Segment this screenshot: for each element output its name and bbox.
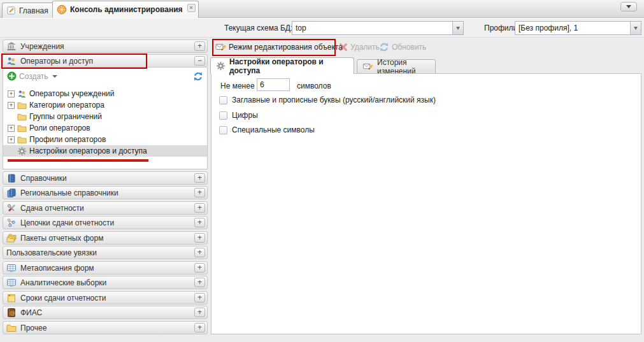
- sidebar-panel-label: Учреждения: [20, 42, 64, 51]
- tree-item-access-settings[interactable]: Настройки операторов и доступа: [3, 145, 207, 157]
- sidebar-panel-institutions[interactable]: Учреждения +: [3, 39, 208, 53]
- sidebar-panel-regional-directories[interactable]: Региональные справочники +: [3, 186, 208, 199]
- tree-item-label: Группы ограничений: [29, 112, 102, 121]
- expand-icon[interactable]: +: [194, 188, 205, 197]
- checkbox-label: Специальные символы: [232, 125, 315, 134]
- expand-icon[interactable]: +: [194, 323, 205, 332]
- tools-icon: [6, 203, 17, 213]
- expand-icon[interactable]: +: [194, 308, 205, 317]
- sidebar-panel-operators[interactable]: Операторы и доступ −: [3, 54, 208, 68]
- sidebar-panel-label: Сдача отчетности: [20, 204, 84, 213]
- chevron-down-icon: [626, 5, 631, 8]
- schema-select[interactable]: top: [292, 21, 464, 35]
- checkbox-icon[interactable]: [219, 111, 227, 120]
- tree-item-restriction-groups[interactable]: Группы ограничений: [3, 111, 207, 122]
- expand-icon[interactable]: +: [194, 203, 205, 213]
- expand-icon[interactable]: +: [194, 218, 205, 227]
- chevron-down-icon: [52, 75, 57, 78]
- expand-icon[interactable]: +: [8, 90, 15, 97]
- checkbox-row-special: Специальные символы: [219, 125, 315, 134]
- tree-indent: [8, 113, 15, 120]
- tab-console-label: Консоль администрирования: [70, 5, 183, 14]
- expand-icon[interactable]: +: [194, 263, 205, 273]
- tab-home-label: Главная: [19, 6, 48, 15]
- refresh-icon[interactable]: [193, 71, 203, 82]
- expand-icon[interactable]: +: [8, 102, 15, 109]
- tree-item-label: Категории оператора: [29, 101, 104, 110]
- schema-toolbar: Текущая схема БД: top Профили [Без профи…: [0, 18, 644, 38]
- sidebar-panel-other[interactable]: Прочее +: [3, 321, 208, 334]
- expand-icon[interactable]: +: [194, 278, 205, 287]
- sidebar-panel-report-deadlines[interactable]: Сроки сдачи отчетности +: [3, 291, 208, 304]
- sidebar-panel-label: Пользовательские увязки: [6, 248, 97, 257]
- folder-icon: [17, 112, 27, 122]
- tree-item-roles[interactable]: + Роли операторов: [3, 122, 207, 134]
- tree-item-operators[interactable]: + Операторы учреждений: [3, 88, 207, 99]
- book-icon: [6, 173, 17, 183]
- tree-item-profiles[interactable]: + Профили операторов: [3, 134, 207, 145]
- admin-console-app: Главная Консоль администрирования × Теку…: [0, 0, 644, 342]
- min-chars-input[interactable]: [257, 78, 290, 91]
- schema-label: Текущая схема БД:: [224, 24, 292, 32]
- tab-overflow-button[interactable]: [620, 2, 637, 11]
- collapse-icon[interactable]: −: [194, 56, 205, 66]
- delete-icon: [339, 43, 348, 52]
- tab-operator-settings[interactable]: Настройки операторов и доступа: [210, 57, 354, 74]
- schema-select-arrow[interactable]: [452, 22, 463, 34]
- expand-icon[interactable]: +: [8, 125, 15, 132]
- expand-icon[interactable]: +: [194, 293, 205, 303]
- expand-icon[interactable]: +: [194, 248, 205, 257]
- edit-mode-button[interactable]: Режим редактирования объекта: [215, 41, 343, 53]
- min-chars-label: Не менее: [220, 82, 255, 90]
- create-button[interactable]: Создать: [19, 72, 48, 81]
- chain-icon: [6, 218, 17, 228]
- sidebar-panel-directories[interactable]: Справочники +: [3, 171, 208, 185]
- chevron-down-icon: [634, 27, 638, 30]
- close-icon[interactable]: ×: [187, 4, 196, 12]
- sidebar-panel-analytic-samples[interactable]: Аналитические выборки +: [3, 276, 208, 289]
- delete-button-label: Удалить: [350, 43, 380, 52]
- gear-icon: [17, 146, 27, 156]
- sidebar-panel-label: Прочее: [20, 324, 47, 332]
- bank-icon: [6, 41, 17, 52]
- checkbox-label: Заглавные и прописные буквы (русский/анг…: [232, 96, 436, 104]
- sidebar-panel-fias[interactable]: @ ФИАС +: [3, 306, 208, 319]
- tree-item-categories[interactable]: + Категории оператора: [3, 99, 207, 111]
- address-book-icon: @: [6, 308, 17, 318]
- sidebar-panel-submission-chains[interactable]: Цепочки сдачи отчетности +: [3, 216, 208, 229]
- sidebar-panel-report-submission[interactable]: Сдача отчетности +: [3, 201, 208, 215]
- expand-icon[interactable]: +: [194, 233, 205, 243]
- tree-item-label: Профили операторов: [29, 135, 106, 144]
- refresh-button[interactable]: Обновить: [379, 41, 426, 53]
- sidebar-panel-label: Аналитические выборки: [20, 278, 106, 287]
- sidebar-panel-report-packages[interactable]: Пакеты отчетных форм +: [3, 231, 208, 245]
- refresh-icon: [379, 42, 389, 52]
- tree-item-label: Настройки операторов и доступа: [29, 146, 147, 155]
- expand-icon[interactable]: +: [8, 136, 15, 143]
- tab-home[interactable]: Главная: [2, 3, 55, 18]
- sidebar-panel-user-links[interactable]: Пользовательские увязки +: [3, 246, 208, 259]
- expand-icon[interactable]: +: [194, 41, 205, 51]
- table-icon: [6, 278, 17, 288]
- folder-icon: [6, 323, 17, 333]
- settings-form: Не менее символов Заглавные и прописные …: [211, 73, 641, 334]
- tab-admin-console[interactable]: Консоль администрирования ×: [52, 1, 199, 18]
- profile-select-arrow[interactable]: [630, 22, 641, 34]
- edit-message-icon: [362, 62, 373, 71]
- tab-change-history[interactable]: История изменений: [357, 59, 436, 74]
- checkbox-icon[interactable]: [219, 96, 227, 104]
- checkbox-label: Цифры: [232, 111, 258, 120]
- profile-select[interactable]: [Без профиля], 1: [515, 21, 641, 35]
- checkbox-icon[interactable]: [219, 126, 227, 134]
- delete-button[interactable]: Удалить: [339, 41, 380, 53]
- expand-icon[interactable]: +: [194, 173, 205, 183]
- sidebar-panel-label: Метаописания форм: [20, 264, 94, 273]
- checkbox-row-letters: Заглавные и прописные буквы (русский/анг…: [219, 96, 436, 104]
- edit-mode-button-label: Режим редактирования объекта: [229, 43, 343, 52]
- tree-toolbar: Создать: [3, 68, 207, 85]
- sidebar-panel-label: ФИАС: [20, 308, 42, 317]
- tab-label: Настройки операторов и доступа: [229, 57, 348, 75]
- tree-item-label: Операторы учреждений: [29, 89, 114, 98]
- books-icon: [6, 188, 17, 198]
- sidebar-panel-form-metadata[interactable]: Метаописания форм +: [3, 261, 208, 274]
